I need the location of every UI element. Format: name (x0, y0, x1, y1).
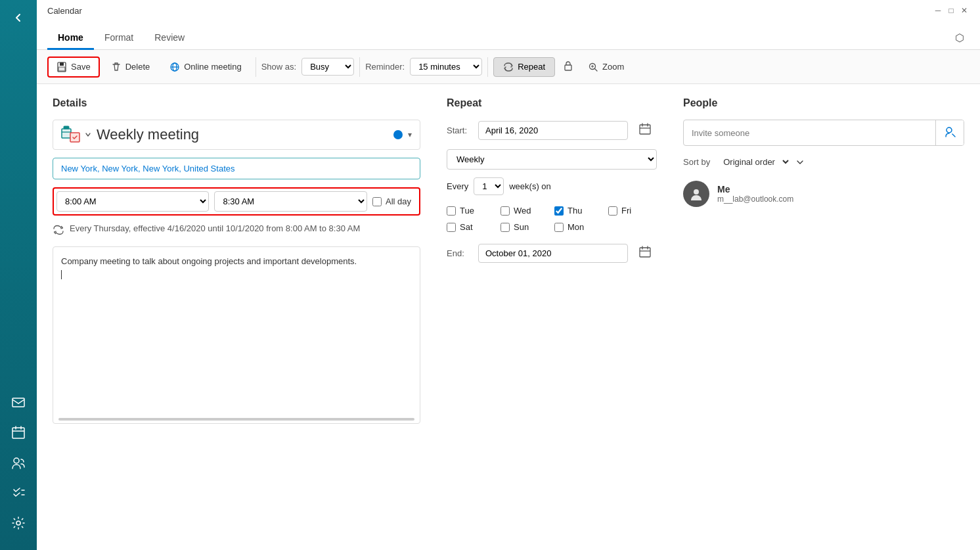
day-label-tue: Tue (460, 206, 474, 216)
day-label-wed: Wed (514, 206, 531, 216)
details-section-title: Details (53, 97, 420, 109)
day-label-sun: Sun (514, 222, 529, 232)
maximize-button[interactable]: □ (946, 5, 956, 16)
weeks-on-label: week(s) on (509, 181, 551, 191)
sidebar-item-mail[interactable] (0, 388, 37, 416)
sort-row: Sort by Original order (683, 154, 964, 170)
tab-home[interactable]: Home (47, 27, 94, 50)
back-button[interactable] (0, 7, 37, 29)
allday-label: All day (372, 196, 416, 206)
close-button[interactable]: ✕ (959, 5, 969, 16)
start-date-row: Start: (447, 120, 657, 141)
person-search-icon (944, 126, 956, 137)
end-time-select[interactable]: 8:30 AM (214, 191, 367, 212)
svg-rect-1 (12, 428, 24, 438)
repeat-button[interactable]: Repeat (493, 57, 555, 77)
zoom-icon (588, 62, 598, 72)
svg-rect-15 (565, 65, 571, 70)
sort-by-label: Sort by (683, 157, 710, 167)
event-title-box: Weekly meeting ▾ (53, 120, 420, 150)
main-content: Calendar ─ □ ✕ Home Format Review ⬡ Save (37, 0, 980, 550)
show-as-label: Show as: (261, 62, 296, 72)
day-item-wed: Wed (501, 206, 549, 216)
external-link-icon[interactable]: ⬡ (950, 26, 969, 49)
zoom-button[interactable]: Zoom (581, 58, 631, 76)
every-row: Every 1 week(s) on (447, 177, 657, 195)
location-box[interactable]: New York, New York, New York, United Sta… (53, 158, 420, 179)
day-checkbox-sat[interactable] (447, 223, 456, 232)
person-avatar (683, 181, 709, 207)
tab-review[interactable]: Review (144, 27, 195, 50)
day-checkbox-fri[interactable] (608, 206, 617, 216)
event-title-text[interactable]: Weekly meeting (97, 126, 388, 143)
dropdown-chevron-icon (85, 129, 91, 140)
start-date-calendar-button[interactable] (633, 120, 657, 141)
day-checkbox-wed[interactable] (501, 206, 510, 216)
delete-button[interactable]: Delete (102, 57, 159, 77)
sort-select[interactable]: Original order (715, 154, 791, 170)
day-checkbox-thu[interactable] (554, 206, 564, 216)
lock-icon (563, 60, 573, 71)
day-checkbox-mon[interactable] (554, 223, 564, 232)
every-select[interactable]: 1 (474, 177, 504, 195)
sidebar-item-people[interactable] (0, 449, 37, 476)
end-date-input[interactable] (478, 244, 628, 263)
save-icon (56, 62, 67, 72)
sidebar-item-settings[interactable] (0, 509, 37, 537)
svg-rect-11 (58, 67, 65, 71)
reminder-label: Reminder: (365, 62, 405, 72)
save-button[interactable]: Save (47, 57, 100, 78)
tab-bar: Home Format Review ⬡ (37, 21, 980, 50)
show-as-select[interactable]: Busy (301, 58, 354, 76)
repeat-section-title: Repeat (447, 97, 657, 109)
calendar-event-icon (61, 126, 82, 144)
start-time-select[interactable]: 8:00 AM (56, 191, 209, 212)
svg-point-32 (947, 127, 952, 133)
notes-box[interactable]: Company meeting to talk about ongoing pr… (53, 246, 420, 424)
day-item-sun: Sun (501, 222, 549, 232)
day-checkbox-sun[interactable] (501, 223, 510, 232)
tab-format[interactable]: Format (94, 27, 144, 50)
invite-search-button[interactable] (935, 120, 964, 145)
event-chevron-icon[interactable]: ▾ (408, 130, 412, 139)
allday-checkbox[interactable] (372, 197, 382, 206)
day-label-thu: Thu (568, 206, 582, 216)
delete-icon (111, 62, 122, 72)
notes-text: Company meeting to talk about ongoing pr… (61, 256, 357, 266)
end-date-label: End: (447, 248, 473, 258)
end-date-calendar-button[interactable] (633, 242, 657, 264)
recurrence-icon (53, 224, 64, 239)
invite-input[interactable] (684, 123, 935, 143)
recurrence-info: Every Thursday, effective 4/16/2020 unti… (53, 223, 420, 239)
sidebar-item-calendar[interactable] (0, 419, 37, 446)
svg-point-5 (14, 458, 19, 463)
svg-rect-0 (12, 398, 24, 407)
day-item-sat: Sat (447, 222, 495, 232)
end-date-row: End: (447, 242, 657, 264)
every-label: Every (447, 181, 468, 191)
online-meeting-button[interactable]: Online meeting (161, 57, 250, 77)
start-date-input[interactable] (478, 121, 628, 140)
svg-rect-10 (60, 62, 64, 66)
day-item-mon: Mon (554, 222, 603, 232)
svg-point-8 (16, 521, 20, 525)
minimize-button[interactable]: ─ (933, 5, 943, 16)
location-text: New York, New York, New York, United Sta… (61, 164, 234, 173)
svg-rect-21 (64, 126, 69, 129)
title-bar: Calendar ─ □ ✕ (37, 0, 980, 21)
reminder-select[interactable]: 15 minutes (410, 58, 482, 76)
day-item-tue: Tue (447, 206, 495, 216)
svg-line-17 (595, 68, 598, 71)
notes-scrollbar[interactable] (58, 418, 414, 421)
lock-button[interactable] (558, 57, 579, 78)
text-cursor (61, 270, 62, 279)
frequency-select[interactable]: Weekly (447, 149, 657, 170)
content-area: Details Weekly meeting ▾ (37, 84, 980, 550)
sidebar (0, 0, 37, 550)
svg-rect-28 (640, 248, 650, 257)
person-row: Me m__lab@outlook.com (683, 181, 964, 207)
separator-3 (487, 57, 488, 77)
day-checkbox-tue[interactable] (447, 206, 456, 216)
day-label-fri: Fri (621, 206, 631, 216)
sidebar-item-tasks[interactable] (0, 479, 37, 507)
